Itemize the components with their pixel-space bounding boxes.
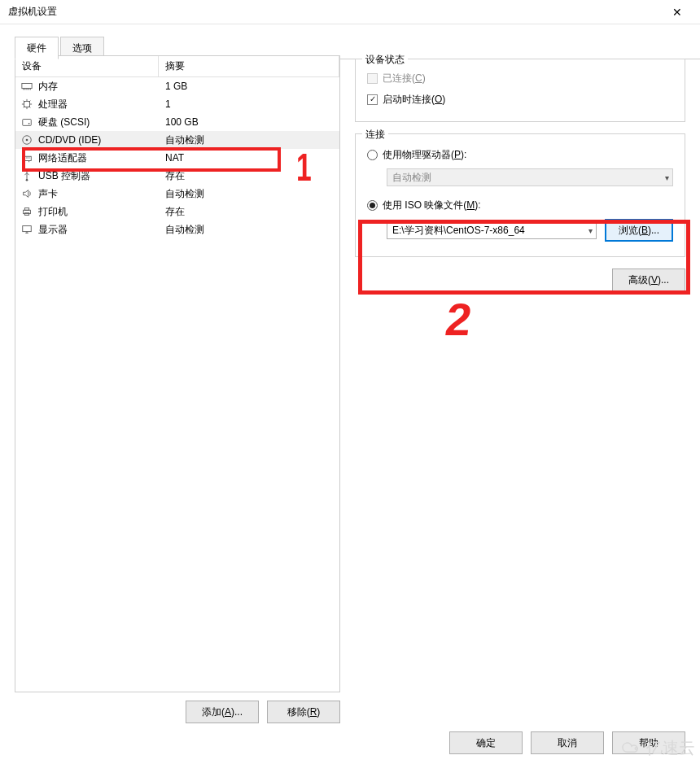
iso-path-combo[interactable]: E:\学习资料\CentOS-7-x86_64 ▾ <box>387 221 597 239</box>
device-summary: 1 GB <box>159 81 339 92</box>
cpu-icon <box>20 98 33 111</box>
advanced-button[interactable]: 高级(V)... <box>612 268 685 291</box>
device-label: 显示器 <box>38 223 68 237</box>
svg-rect-6 <box>23 156 32 160</box>
iso-path-value: E:\学习资料\CentOS-7-x86_64 <box>392 224 525 238</box>
hardware-row-memory[interactable]: 内存1 GB <box>15 77 339 95</box>
help-button[interactable]: 帮助 <box>612 731 685 754</box>
ok-button[interactable]: 确定 <box>449 731 523 754</box>
device-label: 硬盘 (SCSI) <box>38 116 90 129</box>
svg-point-3 <box>28 123 30 124</box>
display-icon <box>20 223 33 236</box>
device-summary: 存在 <box>159 169 339 183</box>
device-status-title: 设备状态 <box>362 53 408 67</box>
remove-button[interactable]: 移除(R) <box>267 701 340 723</box>
connect-on-start-label: 启动时连接(O) <box>383 93 445 107</box>
hardware-row-usb[interactable]: USB 控制器存在 <box>15 167 339 185</box>
tab-hardware[interactable]: 硬件 <box>15 37 59 59</box>
titlebar: 虚拟机设置 ✕ <box>0 0 700 24</box>
physical-drive-value: 自动检测 <box>392 171 431 185</box>
connection-group: 连接 使用物理驱动器(P): 自动检测 ▾ 使用 ISO 映像文件(M): E:… <box>355 133 685 257</box>
device-status-group: 设备状态 已连接(C) ✓ 启动时连接(O) <box>355 59 685 122</box>
device-summary: 100 GB <box>159 116 339 128</box>
device-label: 声卡 <box>38 187 58 201</box>
col-header-summary[interactable]: 摘要 <box>159 56 339 76</box>
physical-drive-combo: 自动检测 ▾ <box>387 168 673 186</box>
iso-file-label: 使用 ISO 映像文件(M): <box>383 199 481 212</box>
disk-icon <box>20 116 33 129</box>
device-summary: 自动检测 <box>159 223 339 237</box>
connection-title: 连接 <box>362 128 388 142</box>
device-summary: 1 <box>159 98 339 110</box>
device-summary: NAT <box>159 152 339 164</box>
net-icon <box>20 151 33 164</box>
physical-drive-radio[interactable] <box>367 150 378 160</box>
close-button[interactable]: ✕ <box>661 1 693 24</box>
hardware-row-cpu[interactable]: 处理器1 <box>15 95 339 113</box>
connected-label: 已连接(C) <box>383 72 426 85</box>
hardware-row-printer[interactable]: 打印机存在 <box>15 203 339 220</box>
svg-rect-11 <box>23 226 32 232</box>
hardware-row-net[interactable]: 网络适配器NAT <box>15 149 339 167</box>
window-title: 虚拟机设置 <box>8 5 661 19</box>
device-label: CD/DVD (IDE) <box>38 134 101 146</box>
chevron-down-icon: ▾ <box>665 173 669 182</box>
svg-rect-9 <box>24 208 28 211</box>
svg-rect-2 <box>23 120 32 126</box>
hardware-row-display[interactable]: 显示器自动检测 <box>15 220 339 238</box>
svg-point-7 <box>26 179 28 181</box>
device-summary: 自动检测 <box>159 133 339 147</box>
device-summary: 存在 <box>159 205 339 219</box>
hardware-row-disk[interactable]: 硬盘 (SCSI)100 GB <box>15 113 339 131</box>
hardware-row-cddvd[interactable]: CD/DVD (IDE)自动检测 <box>15 131 339 149</box>
device-label: 处理器 <box>38 98 68 111</box>
dialog-footer: 确定 取消 帮助 <box>449 731 685 754</box>
device-label: USB 控制器 <box>38 169 90 183</box>
device-label: 打印机 <box>38 205 68 219</box>
hardware-row-sound[interactable]: 声卡自动检测 <box>15 185 339 203</box>
svg-rect-1 <box>24 102 30 107</box>
iso-file-radio[interactable] <box>367 200 378 211</box>
connect-on-start-checkbox[interactable]: ✓ <box>367 94 378 105</box>
hardware-list-header: 设备 摘要 <box>15 56 339 77</box>
add-button[interactable]: 添加(A)... <box>186 701 259 723</box>
chevron-down-icon[interactable]: ▾ <box>588 226 593 235</box>
sound-icon <box>20 187 33 200</box>
svg-rect-0 <box>22 84 32 89</box>
device-label: 网络适配器 <box>38 151 87 165</box>
usb-icon <box>20 169 33 182</box>
memory-icon <box>20 80 33 93</box>
svg-point-5 <box>26 139 28 142</box>
cancel-button[interactable]: 取消 <box>531 731 604 754</box>
browse-button[interactable]: 浏览(B)... <box>605 219 673 242</box>
printer-icon <box>20 205 33 218</box>
disc-icon <box>20 133 33 146</box>
device-summary: 自动检测 <box>159 187 339 201</box>
connected-checkbox <box>367 73 378 84</box>
hardware-list[interactable]: 设备 摘要 内存1 GB处理器1硬盘 (SCSI)100 GBCD/DVD (I… <box>15 55 340 692</box>
device-label: 内存 <box>38 80 58 94</box>
physical-drive-label: 使用物理驱动器(P): <box>383 148 466 162</box>
